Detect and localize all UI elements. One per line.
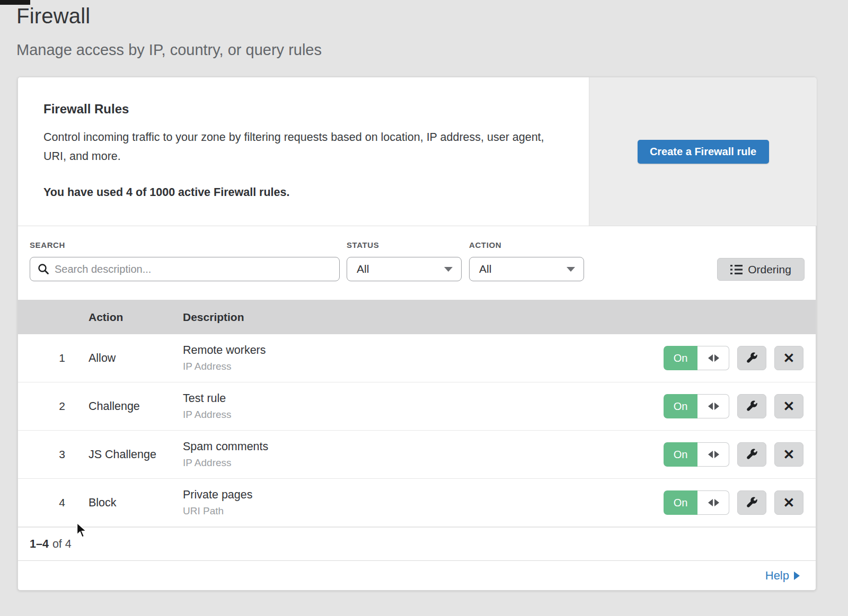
search-input[interactable]: [55, 263, 332, 275]
page-subtitle: Manage access by IP, country, or query r…: [16, 41, 322, 59]
rule-action: Block: [89, 479, 117, 526]
delete-rule-button[interactable]: ✕: [774, 346, 803, 370]
help-link-label: Help: [765, 569, 789, 583]
pagination-total: of 4: [52, 538, 72, 551]
toggle-handle: [697, 394, 729, 418]
rule-priority: 4: [50, 479, 74, 526]
toggle-on-segment: On: [664, 346, 697, 370]
create-firewall-rule-button[interactable]: Create a Firewall rule: [638, 140, 769, 164]
rule-enabled-toggle[interactable]: On: [664, 346, 729, 370]
status-select[interactable]: All: [347, 257, 462, 281]
create-rule-pane: Create a Firewall rule: [589, 77, 817, 226]
wrench-icon: [746, 352, 758, 364]
status-label: STATUS: [347, 240, 379, 249]
chevron-down-icon: [567, 267, 575, 272]
card-footer: Help: [18, 560, 816, 591]
delete-rule-button[interactable]: ✕: [774, 442, 803, 467]
action-label: ACTION: [469, 240, 501, 249]
rule-description-title: Test rule: [183, 392, 232, 405]
ordering-button[interactable]: Ordering: [717, 258, 805, 281]
search-label: SEARCH: [30, 240, 65, 249]
search-box[interactable]: [30, 257, 340, 281]
rule-description: Spam comments IP Address: [183, 440, 268, 469]
rule-enabled-toggle[interactable]: On: [664, 394, 729, 418]
ordered-list-icon: [730, 264, 743, 275]
overview-heading: Firewall Rules: [43, 102, 129, 117]
help-arrow-icon: [794, 572, 800, 580]
rule-description-title: Spam comments: [183, 440, 268, 453]
ordering-button-label: Ordering: [748, 263, 791, 276]
search-icon: [38, 263, 49, 275]
rule-enabled-toggle[interactable]: On: [664, 442, 729, 467]
rule-priority: 3: [50, 431, 74, 478]
wrench-icon: [746, 496, 758, 509]
rule-action: JS Challenge: [89, 431, 156, 478]
table-row: 4 Block Private pages URI Path On ✕: [18, 479, 816, 527]
action-select[interactable]: All: [469, 257, 584, 281]
overview-section: Firewall Rules Control incoming traffic …: [18, 77, 816, 226]
toggle-handle: [697, 490, 729, 515]
table-row: 3 JS Challenge Spam comments IP Address …: [18, 431, 816, 479]
overview-pane: Firewall Rules Control incoming traffic …: [18, 77, 589, 226]
rule-priority: 2: [50, 382, 74, 430]
left-right-arrows-icon: [708, 403, 713, 410]
edit-rule-button[interactable]: [737, 394, 766, 418]
close-icon: ✕: [783, 448, 795, 461]
help-link[interactable]: Help: [765, 569, 800, 583]
rule-match-type: IP Address: [183, 361, 266, 372]
pagination-range: 1–4: [30, 538, 49, 551]
rule-enabled-toggle[interactable]: On: [664, 490, 729, 515]
toggle-handle: [697, 346, 729, 370]
rule-description-title: Private pages: [183, 488, 252, 502]
toggle-on-segment: On: [664, 394, 697, 418]
table-row: 1 Allow Remote workers IP Address On ✕: [18, 334, 816, 382]
edit-rule-button[interactable]: [737, 442, 766, 467]
rule-match-type: IP Address: [183, 457, 268, 469]
rules-usage-text: You have used 4 of 1000 active Firewall …: [43, 186, 289, 199]
rule-match-type: IP Address: [183, 409, 232, 421]
close-icon: ✕: [783, 496, 795, 510]
action-select-value: All: [479, 263, 491, 275]
column-header-action: Action: [89, 300, 123, 334]
rule-description-title: Remote workers: [183, 344, 266, 357]
edit-rule-button[interactable]: [737, 490, 766, 515]
close-icon: ✕: [783, 351, 795, 365]
rule-description: Remote workers IP Address: [183, 344, 266, 372]
overview-description: Control incoming traffic to your zone by…: [43, 128, 555, 166]
delete-rule-button[interactable]: ✕: [774, 490, 803, 515]
column-header-description: Description: [183, 300, 244, 334]
toggle-on-segment: On: [664, 490, 697, 515]
left-right-arrows-icon: [708, 451, 713, 458]
toggle-handle: [697, 442, 729, 467]
rule-description: Test rule IP Address: [183, 392, 232, 421]
status-select-value: All: [357, 263, 369, 275]
left-right-arrows-icon: [708, 499, 713, 506]
firewall-rules-card: Firewall Rules Control incoming traffic …: [17, 77, 816, 591]
rule-action: Challenge: [89, 382, 140, 430]
rule-match-type: URI Path: [183, 505, 252, 517]
left-right-arrows-icon: [708, 354, 713, 362]
table-header: Action Description: [18, 300, 816, 334]
page-title: Firewall: [16, 4, 90, 28]
rule-action: Allow: [89, 334, 116, 382]
rules-table-body: 1 Allow Remote workers IP Address On ✕ 2…: [18, 334, 816, 527]
wrench-icon: [746, 400, 758, 413]
pagination: 1–4 of 4: [18, 527, 816, 560]
close-icon: ✕: [783, 399, 795, 413]
delete-rule-button[interactable]: ✕: [774, 394, 803, 418]
wrench-icon: [746, 448, 758, 461]
rule-description: Private pages URI Path: [183, 488, 252, 517]
table-row: 2 Challenge Test rule IP Address On ✕: [18, 382, 816, 431]
rule-priority: 1: [50, 334, 74, 382]
edit-rule-button[interactable]: [737, 346, 766, 370]
chevron-down-icon: [444, 267, 453, 272]
toggle-on-segment: On: [664, 442, 697, 467]
